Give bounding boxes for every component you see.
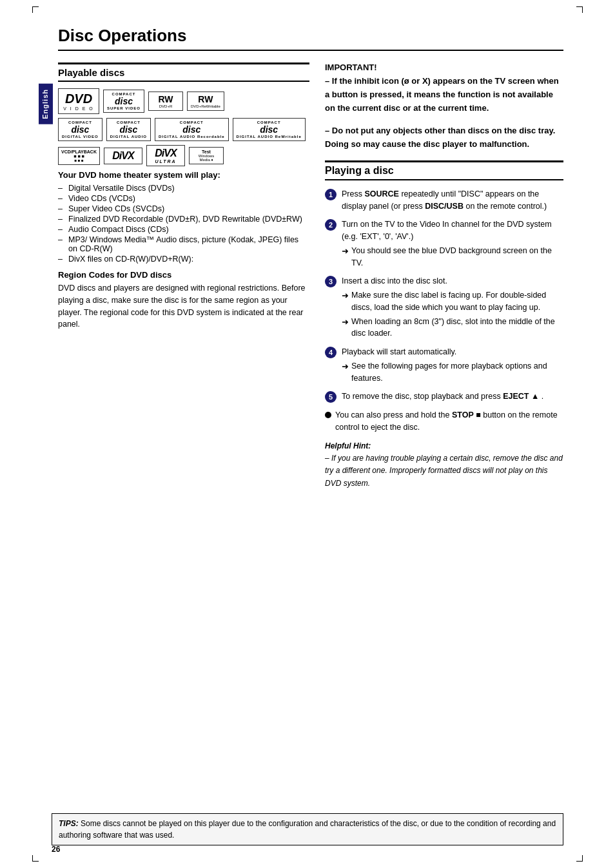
step-3-arrow1: ➜ Make sure the disc label is facing up.… bbox=[342, 289, 563, 314]
dvd-big-text: DVD bbox=[63, 92, 95, 106]
play-list: Digital Versatile Discs (DVDs) Video CDs… bbox=[58, 184, 309, 264]
rw2-text: RW bbox=[191, 94, 220, 104]
corner-mark-tr bbox=[576, 6, 583, 13]
windows-media-logo: Test Windows Media ♦ bbox=[189, 147, 224, 164]
playing-a-disc-title: Playing a disc bbox=[325, 160, 563, 180]
rw-text: RW bbox=[152, 94, 179, 104]
region-codes-text: DVD discs and players are designed with … bbox=[58, 282, 309, 331]
two-column-layout: Playable discs DVD V I D E O COMPACT dis… bbox=[58, 63, 563, 490]
helpful-hint: Helpful Hint: – If you are having troubl… bbox=[325, 440, 563, 490]
step-2-arrow: ➜ You should see the blue DVD background… bbox=[342, 245, 563, 269]
sidebar-english-label: English bbox=[39, 84, 53, 124]
left-column: Playable discs DVD V I D E O COMPACT dis… bbox=[58, 63, 309, 490]
cd-digital-audio-rewritable-logo: COMPACT disc DIGITAL AUDIO ReWritable bbox=[233, 118, 306, 141]
important-text-2: – Do not put any objects other than disc… bbox=[325, 124, 563, 151]
bullet-text: You can also press and hold the STOP ■ b… bbox=[335, 409, 563, 434]
step-4: 4 Playback will start automatically. ➜ S… bbox=[325, 346, 563, 384]
vcd-svcd-logo: VCD/PLAYBACK ■ ■ ■ ■ ■ ■ bbox=[58, 147, 100, 165]
bullet-stop-item: You can also press and hold the STOP ■ b… bbox=[325, 409, 563, 434]
dvd-plus-r-logo: RW DVD+R bbox=[148, 92, 183, 111]
cd-digital-audio-recordable-logo: COMPACT disc DIGITAL AUDIO Recordable bbox=[155, 118, 229, 141]
page-title: Disc Operations bbox=[58, 26, 563, 51]
step-5-content: To remove the disc, stop playback and pr… bbox=[342, 391, 563, 403]
playable-discs-title: Playable discs bbox=[58, 63, 309, 82]
step-2: 2 Turn on the TV to the Video In channel… bbox=[325, 218, 563, 269]
tips-label: TIPS: bbox=[59, 819, 79, 828]
corner-mark-bl bbox=[32, 855, 39, 862]
page-number: 26 bbox=[52, 845, 60, 854]
dvd-rw-sub: DVD+ReWritable bbox=[191, 104, 220, 108]
step-num-4: 4 bbox=[325, 347, 337, 358]
dvd-sub-text: V I D E O bbox=[63, 106, 95, 111]
list-item: MP3/ Windows Media™ Audio discs, picture… bbox=[58, 235, 309, 253]
cd-digital-audio-logo: COMPACT disc DIGITAL AUDIO bbox=[106, 118, 151, 141]
dvd-plus-rw-logo: RW DVD+ReWritable bbox=[187, 92, 224, 111]
step-3-content: Insert a disc into the disc slot. ➜ Make… bbox=[342, 275, 563, 340]
disc-label: disc bbox=[107, 96, 141, 106]
cd-digital-video-logo: COMPACT disc DIGITAL VIDEO bbox=[58, 118, 102, 141]
important-text-1: – If the inhibit icon (ø or X) appears o… bbox=[325, 75, 563, 115]
list-item: DivX files on CD-R(W)/DVD+R(W): bbox=[58, 255, 309, 264]
list-item: Super Video CDs (SVCDs) bbox=[58, 204, 309, 213]
corner-mark-tl bbox=[32, 6, 39, 13]
will-play-title: Your DVD home theater system will play: bbox=[58, 170, 309, 180]
helpful-hint-text: – If you are having trouble playing a ce… bbox=[325, 454, 563, 487]
step-num-3: 3 bbox=[325, 276, 337, 287]
bullet-circle bbox=[325, 412, 331, 418]
step-4-content: Playback will start automatically. ➜ See… bbox=[342, 346, 563, 384]
list-item: Finalized DVD Recordable (DVD±R), DVD Re… bbox=[58, 215, 309, 224]
important-box: IMPORTANT! – If the inhibit icon (ø or X… bbox=[325, 63, 563, 151]
super-video-label: SUPER VIDEO bbox=[107, 106, 141, 110]
step-3-arrow2: ➜ When loading an 8cm (3") disc, slot in… bbox=[342, 316, 563, 340]
disc-logos-row3: VCD/PLAYBACK ■ ■ ■ ■ ■ ■ DiVX DiVX ULTRA… bbox=[58, 145, 309, 166]
tips-text: Some discs cannot be played on this play… bbox=[59, 819, 556, 840]
corner-mark-br bbox=[576, 855, 583, 862]
step-num-2: 2 bbox=[325, 219, 337, 231]
cd-super-video-logo: COMPACT disc SUPER VIDEO bbox=[103, 90, 144, 113]
step-num-1: 1 bbox=[325, 189, 337, 200]
list-item: Video CDs (VCDs) bbox=[58, 194, 309, 203]
divx-ultra-logo: DiVX ULTRA bbox=[146, 145, 185, 166]
important-label: IMPORTANT! bbox=[325, 63, 563, 72]
dvd-video-logo: DVD V I D E O bbox=[58, 88, 99, 114]
step-3: 3 Insert a disc into the disc slot. ➜ Ma… bbox=[325, 275, 563, 340]
step-1-content: Press SOURCE repeatedly until "DISC" app… bbox=[342, 188, 563, 213]
main-content: Disc Operations Playable discs DVD V I D… bbox=[58, 26, 563, 490]
step-5: 5 To remove the disc, stop playback and … bbox=[325, 391, 563, 403]
step-1: 1 Press SOURCE repeatedly until "DISC" a… bbox=[325, 188, 563, 213]
dvd-r-sub: DVD+R bbox=[152, 104, 179, 108]
region-codes-title: Region Codes for DVD discs bbox=[58, 270, 309, 280]
step-4-arrow: ➜ See the following pages for more playb… bbox=[342, 360, 563, 385]
step-2-content: Turn on the TV to the Video In channel f… bbox=[342, 218, 563, 269]
divx-logo: DiVX bbox=[104, 148, 142, 164]
list-item: Audio Compact Discs (CDs) bbox=[58, 225, 309, 234]
right-column: IMPORTANT! – If the inhibit icon (ø or X… bbox=[325, 63, 563, 490]
disc-logos-row1: DVD V I D E O COMPACT disc SUPER VIDEO R… bbox=[58, 88, 309, 114]
tips-bar: TIPS: Some discs cannot be played on thi… bbox=[52, 813, 563, 845]
disc-logos-row2: COMPACT disc DIGITAL VIDEO COMPACT disc … bbox=[58, 118, 309, 141]
step-num-5: 5 bbox=[325, 391, 337, 403]
list-item: Digital Versatile Discs (DVDs) bbox=[58, 184, 309, 193]
helpful-hint-title: Helpful Hint: bbox=[325, 441, 371, 450]
